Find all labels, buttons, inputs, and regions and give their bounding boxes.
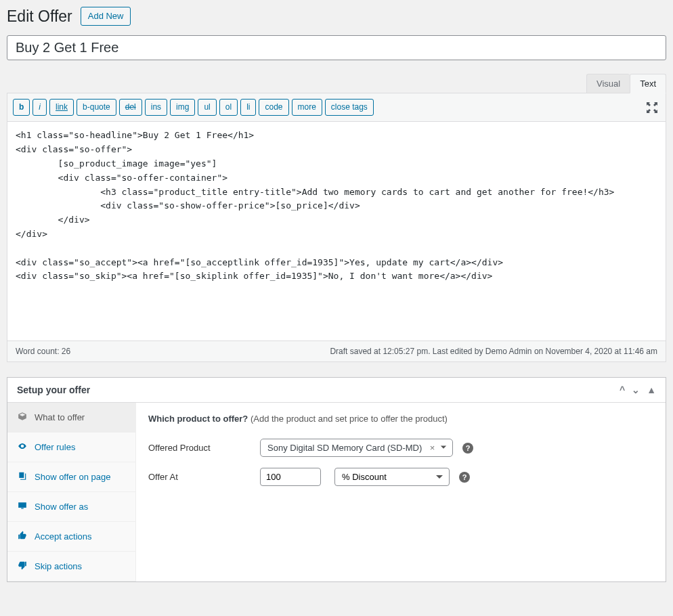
content-editor-textarea[interactable]	[7, 122, 666, 338]
offer-at-label: Offer At	[148, 472, 260, 482]
nav-what-to-offer[interactable]: What to offer	[7, 403, 135, 433]
qt-bquote-button[interactable]: b-quote	[77, 99, 116, 116]
monitor-icon	[17, 501, 28, 512]
nav-show-on-page[interactable]: Show offer on page	[7, 462, 135, 492]
qt-bold-button[interactable]: b	[13, 99, 30, 116]
editor-status-bar: Word count: 26 Draft saved at 12:05:27 p…	[7, 340, 666, 361]
nav-skip-actions[interactable]: Skip actions	[7, 552, 135, 581]
offered-product-label: Offered Product	[148, 443, 260, 453]
nav-offer-rules[interactable]: Offer rules	[7, 433, 135, 462]
eye-icon	[17, 441, 28, 453]
draft-status: Draft saved at 12:05:27 pm. Last edited …	[330, 347, 657, 356]
metabox-move-up-icon[interactable]: ^	[620, 385, 625, 395]
help-tip-icon[interactable]: ?	[462, 443, 473, 454]
nav-label: Skip actions	[35, 561, 82, 571]
nav-label: What to offer	[35, 412, 85, 422]
nav-label: Show offer as	[35, 502, 88, 512]
nav-label: Show offer on page	[35, 472, 111, 482]
qt-italic-button[interactable]: i	[32, 99, 47, 116]
page-title: Edit Offer	[7, 7, 72, 26]
thumbs-down-icon	[17, 560, 28, 572]
qt-ins-button[interactable]: ins	[145, 99, 167, 116]
offer-at-input[interactable]	[260, 468, 321, 486]
word-count: Word count: 26	[16, 347, 70, 356]
box-icon	[17, 412, 28, 423]
editor-mode-tabs: Visual Text	[7, 74, 666, 93]
qt-code-button[interactable]: code	[259, 99, 288, 116]
nav-show-as[interactable]: Show offer as	[7, 492, 135, 522]
add-new-button[interactable]: Add New	[81, 7, 131, 26]
qt-img-button[interactable]: img	[170, 99, 195, 116]
qt-del-button[interactable]: del	[119, 99, 142, 116]
setup-offer-metabox: Setup your offer ^ ⌄ ▲ What to offer Off…	[7, 377, 666, 582]
qt-ol-button[interactable]: ol	[219, 99, 238, 116]
qt-closetags-button[interactable]: close tags	[325, 99, 374, 116]
thumbs-up-icon	[17, 531, 28, 542]
editor-box: b i link b-quote del ins img ul ol li co…	[7, 93, 666, 362]
page-icon	[17, 471, 28, 483]
metabox-move-down-icon[interactable]: ⌄	[632, 385, 640, 395]
qt-ul-button[interactable]: ul	[198, 99, 216, 116]
discount-type-select[interactable]: % Discount	[334, 468, 450, 486]
help-tip-icon[interactable]: ?	[459, 472, 470, 483]
quicktags-toolbar: b i link b-quote del ins img ul ol li co…	[7, 93, 666, 122]
metabox-toggle-icon[interactable]: ▲	[647, 385, 656, 395]
nav-label: Accept actions	[35, 531, 92, 542]
panel-heading: Which product to offer?	[148, 414, 248, 424]
offered-product-value: Sony Digital SD Memory Card (SD-MD)	[267, 443, 422, 453]
qt-li-button[interactable]: li	[240, 99, 256, 116]
nav-accept-actions[interactable]: Accept actions	[7, 522, 135, 552]
qt-more-button[interactable]: more	[292, 99, 322, 116]
tab-text[interactable]: Text	[630, 74, 666, 93]
panel-subheading: (Add the product and set price to offer …	[251, 414, 448, 424]
nav-label: Offer rules	[35, 442, 75, 452]
offer-setup-nav: What to offer Offer rules Show offer on …	[7, 403, 136, 581]
post-title-input[interactable]	[7, 35, 666, 60]
fullscreen-icon[interactable]	[647, 102, 657, 113]
clear-selection-icon[interactable]: ×	[430, 443, 435, 453]
qt-link-button[interactable]: link	[49, 99, 74, 116]
metabox-title: Setup your offer	[17, 384, 90, 395]
chevron-down-icon[interactable]	[440, 443, 447, 453]
tab-visual[interactable]: Visual	[586, 74, 630, 93]
offered-product-select[interactable]: Sony Digital SD Memory Card (SD-MD) ×	[260, 439, 453, 457]
